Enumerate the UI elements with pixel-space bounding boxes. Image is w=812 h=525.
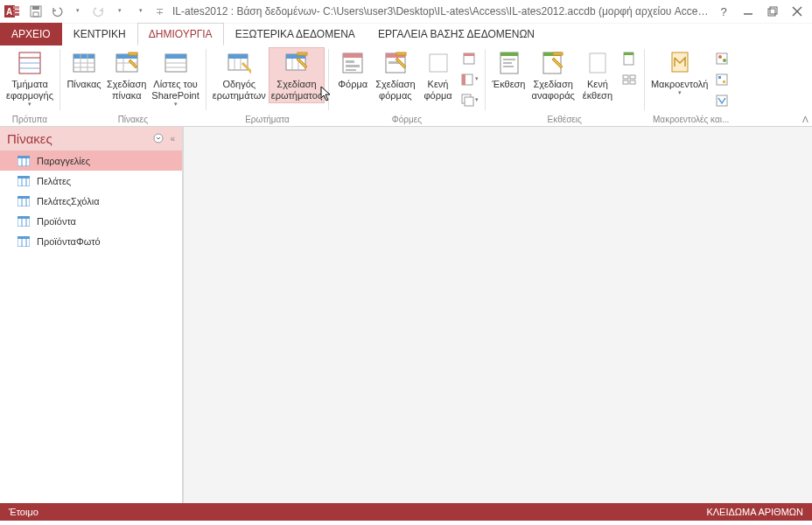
module-icon[interactable]: [712, 49, 732, 68]
tab-external-data[interactable]: ΕΞΩΤΕΡΙΚΑ ΔΕΔΟΜΕΝΑ: [224, 23, 367, 46]
nav-item-products[interactable]: Προϊόντα: [0, 211, 182, 231]
nav-item-orders[interactable]: Παραγγελίες: [0, 150, 182, 171]
report-design-label: Σχεδίασηαναφοράς: [532, 79, 575, 102]
svg-point-76: [723, 59, 726, 62]
table-object-icon: [18, 156, 30, 166]
more-forms-icon[interactable]: [460, 91, 480, 110]
sharepoint-lists-icon: [162, 49, 190, 77]
document-area: [183, 127, 812, 503]
nav-header-title: Πίνακες: [7, 131, 52, 146]
nav-item-product-photos[interactable]: ΠροϊόνταΦωτό: [0, 231, 182, 251]
svg-point-81: [154, 134, 163, 143]
form-design-button[interactable]: Σχεδίασηφόρμας: [373, 47, 417, 103]
table-design-icon: [113, 49, 141, 77]
report-wizard-icon[interactable]: [620, 49, 639, 68]
collapse-ribbon-icon[interactable]: ᐱ: [802, 115, 808, 124]
redo-icon[interactable]: [89, 2, 108, 21]
svg-rect-61: [503, 62, 512, 64]
svg-rect-57: [465, 97, 473, 106]
blank-report-label: Κενήέκθεση: [583, 79, 612, 102]
table-object-icon: [18, 216, 30, 227]
ribbon: Τμήματαεφαρμογής Πρότυπα Πίνακας Σχεδίασ…: [0, 46, 812, 127]
query-wizard-label: Οδηγόςερωτημάτων: [213, 79, 266, 102]
svg-text:A: A: [6, 7, 12, 17]
svg-rect-59: [500, 52, 518, 56]
tab-home[interactable]: ΚΕΝΤΡΙΚΗ: [62, 23, 137, 46]
undo-icon[interactable]: [47, 2, 66, 21]
navigation-icon[interactable]: [460, 70, 480, 89]
ribbon-tabs: ΑΡΧΕΙΟ ΚΕΝΤΡΙΚΗ ΔΗΜΙΟΥΡΓΙΑ ΕΞΩΤΕΡΙΚΑ ΔΕΔ…: [0, 24, 812, 46]
nav-header[interactable]: Πίνακες «: [0, 127, 182, 150]
nav-item-customers[interactable]: Πελάτες: [0, 171, 182, 191]
status-left: Έτοιμο: [9, 507, 38, 517]
svg-rect-69: [623, 75, 628, 79]
nav-item-label: ΠροϊόνταΦωτό: [37, 236, 101, 247]
svg-rect-62: [503, 66, 514, 67]
nav-list: Παραγγελίες Πελάτες ΠελάτεςΣχόλια Προϊόν…: [0, 150, 182, 503]
table-design-label: Σχεδίασηπίνακα: [107, 79, 146, 102]
nav-header-controls: «: [152, 132, 175, 144]
svg-rect-99: [18, 236, 30, 239]
sharepoint-lists-button[interactable]: Λίστες τουSharePoint: [149, 47, 201, 111]
close-icon[interactable]: [786, 2, 808, 21]
report-design-button[interactable]: Σχεδίασηαναφοράς: [529, 47, 578, 103]
svg-rect-95: [18, 216, 30, 219]
svg-rect-60: [503, 59, 515, 60]
system-buttons: ?: [712, 2, 808, 21]
query-design-button[interactable]: Σχεδίασηερωτήματος: [269, 47, 325, 103]
svg-rect-4: [13, 13, 19, 16]
query-design-label: Σχεδίασηερωτήματος: [271, 79, 322, 102]
qat-customize-icon[interactable]: [131, 2, 150, 21]
svg-rect-41: [298, 52, 307, 55]
group-templates-label: Πρότυπα: [4, 113, 56, 126]
undo-more-icon[interactable]: [68, 2, 88, 21]
table-button[interactable]: Πίνακας: [64, 47, 104, 92]
svg-point-75: [718, 55, 722, 59]
nav-filter-icon[interactable]: [152, 132, 164, 144]
svg-rect-7: [33, 12, 38, 17]
main-area: Πίνακες « Παραγγελίες Πελάτες ΠελάτεςΣχό…: [0, 127, 812, 503]
tab-database-tools[interactable]: ΕΡΓΑΛΕΙΑ ΒΑΣΗΣ ΔΕΔΟΜΕΝΩΝ: [367, 23, 546, 46]
nav-collapse-icon[interactable]: «: [170, 134, 175, 144]
report-design-icon: [539, 49, 567, 77]
tab-file[interactable]: ΑΡΧΕΙΟ: [0, 23, 62, 46]
title-bar: A ∓ IL-ates2012 : Βάση δεδομένων- C:\Use…: [0, 0, 812, 24]
blank-form-label: Κενήφόρμα: [424, 79, 452, 102]
svg-rect-45: [346, 65, 360, 67]
navigation-pane: Πίνακες « Παραγγελίες Πελάτες ΠελάτεςΣχό…: [0, 127, 183, 503]
group-queries-label: Ερωτήματα: [210, 113, 325, 126]
svg-rect-65: [553, 52, 563, 55]
report-button[interactable]: Έκθεση: [489, 47, 529, 92]
svg-rect-9: [768, 9, 775, 16]
group-tables: Πίνακας Σχεδίασηπίνακα Λίστες τουSharePo…: [60, 46, 206, 126]
svg-rect-78: [718, 76, 721, 79]
visual-basic-icon[interactable]: [712, 91, 732, 110]
query-wizard-button[interactable]: Οδηγόςερωτημάτων: [210, 47, 269, 103]
class-module-icon[interactable]: [712, 70, 732, 89]
table-design-button[interactable]: Σχεδίασηπίνακα: [104, 47, 149, 103]
application-parts-button[interactable]: Τμήματαεφαρμογής: [4, 47, 56, 111]
macro-button[interactable]: Μακροεντολή: [648, 47, 711, 100]
tab-create[interactable]: ΔΗΜΙΟΥΡΓΙΑ: [137, 23, 224, 46]
table-icon: [70, 49, 98, 77]
form-wizard-icon[interactable]: [460, 49, 480, 68]
application-parts-label: Τμήματαεφαρμογής: [6, 79, 53, 102]
form-button[interactable]: Φόρμα: [332, 47, 373, 92]
svg-rect-10: [770, 7, 777, 14]
blank-report-button[interactable]: Κενήέκθεση: [578, 47, 618, 103]
nav-item-customer-notes[interactable]: ΠελάτεςΣχόλια: [0, 191, 182, 211]
restore-icon[interactable]: [761, 2, 784, 21]
save-icon[interactable]: [26, 2, 46, 21]
blank-form-button[interactable]: Κενήφόρμα: [418, 47, 458, 103]
query-design-icon: [283, 49, 311, 77]
minimize-icon[interactable]: [737, 2, 760, 21]
group-forms-label: Φόρμες: [332, 113, 480, 126]
svg-rect-66: [590, 53, 606, 73]
report-label: Έκθεση: [493, 79, 526, 90]
redo-more-icon[interactable]: [110, 2, 130, 21]
nav-item-label: Παραγγελίες: [37, 156, 90, 166]
svg-rect-33: [228, 54, 248, 59]
labels-icon[interactable]: [620, 70, 639, 89]
blank-report-icon: [584, 49, 612, 77]
help-icon[interactable]: ?: [712, 2, 735, 21]
